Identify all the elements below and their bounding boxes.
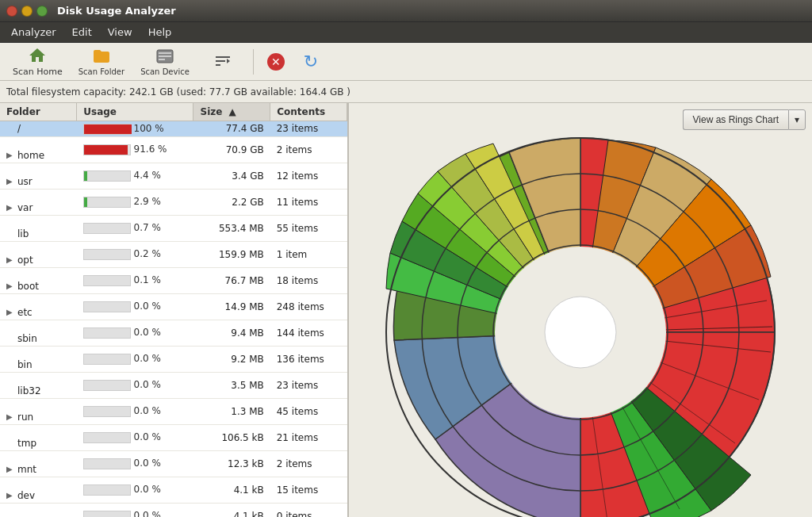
size-cell: 9.2 MB <box>193 346 270 372</box>
table-row[interactable]: / 100 %77.4 GB23 items <box>0 121 347 137</box>
svg-rect-2 <box>159 56 171 57</box>
contents-cell: 55 items <box>270 215 347 241</box>
view-as-rings-button[interactable]: View as Rings Chart <box>683 109 789 130</box>
size-cell: 553.4 MB <box>193 215 270 241</box>
col-folder[interactable]: Folder <box>0 103 77 121</box>
minimize-button[interactable] <box>21 6 33 17</box>
window-controls[interactable] <box>6 6 48 17</box>
chart-container <box>355 130 806 517</box>
expand-arrow-icon[interactable]: ▶ <box>6 177 16 186</box>
contents-cell: 21 items <box>270 424 347 450</box>
usage-cell: 0.0 % <box>77 503 193 517</box>
view-as-label: View as Rings Chart <box>693 114 779 125</box>
usage-percent: 0.0 % <box>131 458 161 469</box>
size-cell: 14.9 MB <box>193 293 270 320</box>
table-row[interactable]: lib 0.7 %553.4 MB55 items <box>0 215 347 241</box>
table-row[interactable]: sbin 0.0 %9.4 MB144 items <box>0 320 347 346</box>
usage-percent: 4.4 % <box>131 170 161 181</box>
expand-arrow-icon[interactable]: ▶ <box>6 203 16 212</box>
table-row[interactable]: lib32 0.0 %3.5 MB23 items <box>0 372 347 398</box>
usage-cell: 0.0 % <box>77 398 193 424</box>
scan-home-button[interactable]: Scan Home <box>6 43 69 80</box>
usage-cell: 0.0 % <box>77 450 193 477</box>
table-row[interactable]: ▶etc 0.0 %14.9 MB248 items <box>0 293 347 320</box>
folder-icon <box>92 47 111 66</box>
menu-view[interactable]: View <box>100 25 140 40</box>
usage-percent: 0.0 % <box>131 353 161 364</box>
contents-cell: 0 items <box>270 503 347 517</box>
size-cell: 2.2 GB <box>193 189 270 215</box>
folder-name-label: / <box>17 123 21 134</box>
usage-cell: 2.9 % <box>77 189 193 215</box>
maximize-button[interactable] <box>36 6 48 17</box>
close-button[interactable] <box>6 6 17 17</box>
table-row[interactable]: ▶dev 0.0 %4.1 kB15 items <box>0 477 347 503</box>
table-row[interactable]: bin 0.0 %9.2 MB136 items <box>0 346 347 372</box>
usage-percent: 0.7 % <box>131 222 161 233</box>
contents-cell: 12 items <box>270 163 347 189</box>
menu-analyzer[interactable]: Analyzer <box>3 25 64 40</box>
usage-percent: 0.0 % <box>131 510 161 517</box>
table-row[interactable]: ▶boot 0.1 %76.7 MB18 items <box>0 267 347 293</box>
usage-cell: 100 % <box>77 121 193 137</box>
table-row[interactable]: ▶home 91.6 %70.9 GB2 items <box>0 136 347 163</box>
chart-pane: View as Rings Chart ▾ <box>349 103 812 517</box>
file-pane[interactable]: Folder Usage Size ▲ Contents / 100 %77.4… <box>0 103 349 517</box>
expand-arrow-icon[interactable]: ▶ <box>6 281 16 290</box>
expand-arrow-icon[interactable]: ▶ <box>6 465 16 473</box>
expand-arrow-icon[interactable]: ▶ <box>6 491 16 500</box>
usage-cell: 4.4 % <box>77 163 193 189</box>
col-contents[interactable]: Contents <box>270 103 347 121</box>
expand-arrow-icon[interactable]: ▶ <box>6 151 16 159</box>
refresh-button[interactable]: ↻ <box>295 49 327 75</box>
contents-cell: 2 items <box>270 450 347 477</box>
table-row[interactable]: ▶var 2.9 %2.2 GB11 items <box>0 189 347 215</box>
usage-cell: 0.0 % <box>77 320 193 346</box>
size-cell: 106.5 kB <box>193 424 270 450</box>
col-usage[interactable]: Usage <box>77 103 193 121</box>
folder-name-label: var <box>17 202 33 213</box>
table-row[interactable]: ▶usr 4.4 %3.4 GB12 items <box>0 163 347 189</box>
usage-percent: 0.1 % <box>131 274 161 285</box>
scan-folder-label: Scan Folder <box>79 67 124 76</box>
scan-folder-button[interactable]: Scan Folder <box>72 44 131 79</box>
scan-device-button[interactable]: Scan Device <box>134 44 196 79</box>
size-cell: 4.1 kB <box>193 477 270 503</box>
menubar: Analyzer Edit View Help <box>0 22 812 43</box>
titlebar: Disk Usage Analyzer <box>0 0 812 22</box>
usage-cell: 0.2 % <box>77 241 193 267</box>
contents-cell: 248 items <box>270 293 347 320</box>
scan-device-label: Scan Device <box>140 67 190 76</box>
contents-cell: 23 items <box>270 372 347 398</box>
folder-name-label: home <box>17 150 44 161</box>
view-dropdown-button[interactable]: ▾ <box>788 109 806 130</box>
svg-rect-3 <box>159 59 165 60</box>
table-row[interactable]: ▶mnt 0.0 %12.3 kB2 items <box>0 450 347 477</box>
table-row[interactable]: ▶opt 0.2 %159.9 MB1 item <box>0 241 347 267</box>
usage-percent: 0.0 % <box>131 431 161 442</box>
col-size[interactable]: Size ▲ <box>193 103 270 121</box>
stop-button[interactable]: ✕ <box>260 49 292 75</box>
usage-percent: 0.0 % <box>131 327 161 338</box>
svg-rect-1 <box>159 52 171 54</box>
contents-cell: 2 items <box>270 136 347 163</box>
size-cell: 77.4 GB <box>193 121 270 137</box>
menu-help[interactable]: Help <box>140 25 180 40</box>
table-row[interactable]: srv 0.0 %4.1 kB0 items <box>0 503 347 517</box>
menu-edit[interactable]: Edit <box>64 25 100 40</box>
scan-filesystem-button[interactable] <box>199 48 247 75</box>
svg-marker-4 <box>227 59 230 63</box>
size-cell: 70.9 GB <box>193 136 270 163</box>
sort-arrow: ▲ <box>229 106 236 117</box>
expand-arrow-icon[interactable]: ▶ <box>6 255 16 264</box>
expand-arrow-icon[interactable]: ▶ <box>6 412 16 421</box>
table-row[interactable]: ▶run 0.0 %1.3 MB45 items <box>0 398 347 424</box>
contents-cell: 11 items <box>270 189 347 215</box>
toolbar-separator <box>253 49 254 75</box>
expand-arrow-icon[interactable]: ▶ <box>6 308 16 316</box>
folder-name-label: sbin <box>17 333 37 344</box>
usage-cell: 0.0 % <box>77 293 193 320</box>
usage-cell: 0.7 % <box>77 215 193 241</box>
table-row[interactable]: tmp 0.0 %106.5 kB21 items <box>0 424 347 450</box>
toolbar: Scan Home Scan Folder Scan Device <box>0 43 812 81</box>
